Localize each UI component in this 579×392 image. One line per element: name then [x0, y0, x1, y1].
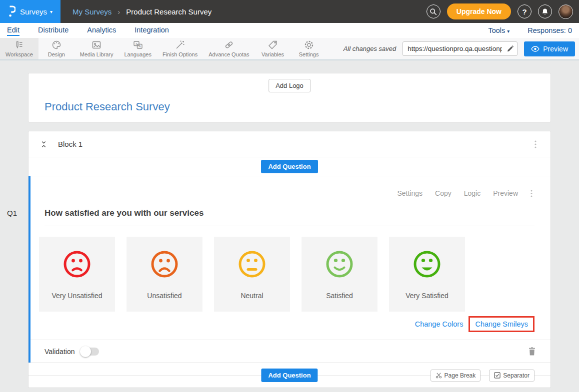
header-actions: Upgrade Now ?	[426, 0, 573, 23]
nav-right: Tools▾ Responses: 0	[488, 26, 572, 34]
validation-row: Validation	[30, 340, 550, 363]
palette-icon	[52, 40, 62, 50]
add-question-button-bottom[interactable]: Add Question	[261, 369, 318, 382]
option-neutral[interactable]: Neutral	[214, 237, 290, 312]
translate-icon: x A	[133, 40, 143, 50]
trash-icon	[528, 347, 536, 356]
survey-header-card: Add Logo Product Research Survey	[28, 73, 551, 122]
help-button[interactable]: ?	[518, 4, 532, 18]
avatar[interactable]	[558, 4, 573, 19]
editor-toolbar: Workspace Design Media Library x A Langu…	[0, 38, 579, 60]
option-unsatisfied[interactable]: Unsatisfied	[126, 237, 202, 312]
collapse-vertical-icon	[40, 140, 47, 148]
question-number: Q1	[7, 209, 17, 217]
app-header: Surveys ▾ My Surveys › Product Research …	[0, 0, 579, 23]
neutral-smiley-icon	[238, 250, 266, 279]
block-card: Block 1 Add Question Settings Copy Logic…	[28, 131, 551, 388]
validation-toggle[interactable]	[81, 348, 99, 356]
edit-pencil-icon[interactable]	[506, 45, 514, 52]
svg-text:A: A	[138, 44, 141, 48]
add-question-button-top[interactable]: Add Question	[261, 160, 318, 173]
toggle-knob	[80, 346, 91, 357]
change-smileys-link[interactable]: Change Smileys	[475, 320, 528, 328]
scissors-icon	[436, 372, 442, 379]
breadcrumb-separator-icon: ›	[118, 7, 120, 16]
save-status: All changes saved	[344, 45, 396, 52]
tab-analytics[interactable]: Analytics	[87, 24, 116, 37]
gear-icon	[304, 40, 314, 50]
question-mark-icon: ?	[522, 7, 526, 16]
block-menu-button[interactable]	[534, 140, 536, 148]
tools-menu[interactable]: Tools▾	[488, 26, 510, 34]
toolbar-item-languages[interactable]: x A Languages	[118, 38, 156, 59]
separator-button[interactable]: Separator	[489, 370, 534, 382]
validation-label: Validation	[44, 348, 74, 356]
bell-icon	[542, 8, 548, 15]
question-actions: Settings Copy Logic Preview	[30, 176, 550, 197]
breadcrumb-my-surveys[interactable]: My Surveys	[72, 7, 112, 16]
survey-url-wrap	[402, 41, 518, 56]
tab-edit[interactable]: Edit	[7, 24, 20, 37]
question-title[interactable]: How satisfied are you with our services	[44, 208, 534, 226]
tab-distribute[interactable]: Distribute	[38, 24, 68, 37]
preview-button[interactable]: Preview	[524, 41, 575, 56]
collapse-block-button[interactable]	[40, 140, 47, 148]
option-very-unsatisfied[interactable]: Very Unsatisfied	[39, 237, 115, 312]
add-question-row-bottom: Add Question Page Break Separator	[28, 363, 550, 388]
question-preview-link[interactable]: Preview	[493, 189, 518, 197]
page-break-button[interactable]: Page Break	[430, 370, 481, 382]
block-header: Block 1	[28, 131, 550, 157]
chevron-down-icon: ▾	[507, 28, 510, 34]
toolbar-item-settings[interactable]: Settings	[291, 38, 327, 59]
toolbar-right: All changes saved Preview	[344, 38, 575, 59]
change-colors-link[interactable]: Change Colors	[415, 320, 464, 328]
question-logic-link[interactable]: Logic	[464, 189, 480, 197]
block-title[interactable]: Block 1	[58, 140, 82, 148]
option-label: Satisfied	[302, 292, 378, 300]
chain-icon	[224, 40, 234, 50]
toolbar-item-finish-options[interactable]: Finish Options	[157, 38, 203, 59]
toolbar-item-advance-quotas[interactable]: Advance Quotas	[203, 38, 254, 59]
responses-count: Responses: 0	[528, 26, 572, 34]
add-logo-button[interactable]: Add Logo	[268, 79, 310, 92]
upgrade-now-button[interactable]: Upgrade Now	[447, 3, 511, 19]
tab-integration[interactable]: Integration	[134, 24, 169, 37]
search-button[interactable]	[426, 4, 440, 18]
option-satisfied[interactable]: Satisfied	[302, 237, 378, 312]
smiley-customize-links: Change Colors Change Smileys	[30, 316, 534, 332]
add-question-row-top: Add Question	[28, 157, 550, 176]
option-label: Neutral	[214, 292, 290, 300]
annotation-highlight-box: Change Smileys	[468, 316, 534, 332]
breadcrumb-current: Product Research Survey	[126, 7, 212, 16]
question-card: Settings Copy Logic Preview How satisfie…	[28, 176, 550, 363]
survey-canvas: Q1 Add Logo Product Research Survey Bloc…	[0, 60, 579, 388]
very-unsatisfied-smiley-icon	[62, 250, 92, 279]
question-settings-link[interactable]: Settings	[397, 189, 422, 197]
option-label: Very Unsatisfied	[39, 292, 115, 300]
question-copy-link[interactable]: Copy	[435, 189, 452, 197]
image-icon	[92, 40, 102, 50]
toolbar-item-variables[interactable]: Variables	[255, 38, 291, 59]
toolbar-item-design[interactable]: Design	[38, 38, 74, 59]
toolbar-item-media-library[interactable]: Media Library	[74, 38, 119, 59]
survey-title[interactable]: Product Research Survey	[44, 100, 170, 113]
search-icon	[430, 8, 437, 15]
survey-url-input[interactable]	[402, 41, 518, 56]
breadcrumb: My Surveys › Product Research Survey	[72, 7, 212, 16]
option-label: Unsatisfied	[126, 292, 202, 300]
delete-question-button[interactable]	[528, 347, 536, 356]
smiley-scale: Very Unsatisfied Unsatisfied	[39, 237, 550, 312]
nav-bar: Edit Distribute Analytics Integration To…	[0, 23, 579, 38]
option-very-satisfied[interactable]: Very Satisfied	[389, 237, 465, 312]
notifications-button[interactable]	[538, 4, 552, 18]
toolbar-item-workspace[interactable]: Workspace	[0, 38, 38, 59]
brand-label: Surveys	[20, 7, 47, 16]
unsatisfied-smiley-icon	[150, 250, 179, 279]
kebab-menu-icon	[530, 190, 532, 197]
option-label: Very Satisfied	[389, 292, 465, 300]
workspace-icon	[14, 40, 24, 50]
questionpro-logo-icon	[8, 5, 16, 17]
satisfied-smiley-icon	[325, 250, 354, 279]
brand-menu[interactable]: Surveys ▾	[0, 0, 60, 23]
question-menu-button[interactable]	[530, 190, 532, 197]
